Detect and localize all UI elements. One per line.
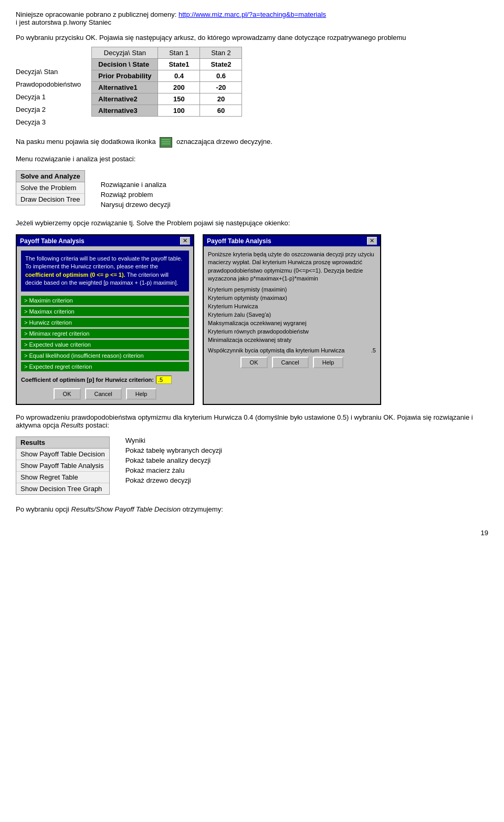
left-criterion-2[interactable]: Hurwicz criterion xyxy=(21,318,189,327)
after-dialog-text: Po wprowadzeniu prawdopodobieństwa optym… xyxy=(16,413,488,429)
results-right-item3: Pokaż macierz żalu xyxy=(125,466,222,474)
results-item-2[interactable]: Show Payoff Table Analysis xyxy=(16,460,109,472)
table-section: Decyzja\ Stan Prawdopodobieństwo Decyzja… xyxy=(16,47,488,129)
footer-italic: Results/Show Payoff Table Decision xyxy=(71,505,181,513)
solve-section: Solve and Analyze Solve the Problem Draw… xyxy=(16,170,488,211)
dialog-left-close[interactable]: ✕ xyxy=(180,237,190,245)
table-row-v1-1: 0.4 xyxy=(158,70,200,82)
right-criterion-5: Kryterium równych prawdopodobieństw xyxy=(208,328,376,335)
dialog-left-titlebar: Payoff Table Analysis ✕ xyxy=(17,235,193,246)
table-row: Alternative215020 xyxy=(92,93,242,105)
label-row3: Decyzja 2 xyxy=(16,103,81,115)
left-criterion-6[interactable]: Expected regret criterion xyxy=(21,362,189,371)
dialog-left-ok[interactable]: OK xyxy=(54,388,81,400)
table-row-label-2: Alternative1 xyxy=(92,82,158,93)
left-criterion-3[interactable]: Minimax regret criterion xyxy=(21,329,189,338)
results-right-item1: Pokaż tabelę wybranych decyzji xyxy=(125,446,222,454)
left-labels: Decyzja\ Stan Prawdopodobieństwo Decyzja… xyxy=(16,66,81,129)
dialog-right-ok[interactable]: OK xyxy=(240,357,268,368)
dialog-left-cancel[interactable]: Cancel xyxy=(85,388,122,400)
right-criterion-label-1: Kryterium optymisty (maximax) xyxy=(208,295,376,301)
solve-right-item2: Narysuj drzewo decyzji xyxy=(101,201,171,209)
right-criterion-1: Kryterium optymisty (maximax) xyxy=(208,295,376,301)
coeff-label-left: Coefficient of optimism [p] for Hurwicz … xyxy=(21,377,154,383)
table-row-v1-0: State1 xyxy=(158,59,200,70)
results-section: Results Show Payoff Table Decision Show … xyxy=(16,436,488,495)
table-row-label-3: Alternative2 xyxy=(92,93,158,105)
results-right-item2: Pokaż tabele analizy decyzji xyxy=(125,456,222,464)
col-header-stan2: Stan 2 xyxy=(200,47,242,59)
results-right: Wyniki Pokaż tabelę wybranych decyzji Po… xyxy=(125,436,222,486)
payoff-table: Decyzja\ Stan Stan 1 Stan 2 Decision \ S… xyxy=(91,47,242,117)
col-header-label: Decyzja\ Stan xyxy=(92,47,158,59)
coeff-row-right: Współczynnik bycia optymistą dla kryteri… xyxy=(208,347,376,353)
right-criterion-label-4: Maksymalizacja oczekiwanej wygranej xyxy=(208,320,376,326)
solve-menu: Solve and Analyze Solve the Problem Draw… xyxy=(16,170,85,205)
results-item-3[interactable]: Show Regret Table xyxy=(16,472,109,483)
label-row0: Decyzja\ Stan xyxy=(16,66,81,77)
right-criterion-label-5: Kryterium równych prawdopodobieństw xyxy=(208,328,376,335)
solve-right-item1: Rozwiąż problem xyxy=(101,191,171,199)
dialog-right-help[interactable]: Help xyxy=(313,357,344,368)
left-criterion-5[interactable]: Equal likelihood (insufficient reason) c… xyxy=(21,351,189,360)
table-row-v2-2: -20 xyxy=(200,82,242,93)
footer-text: Po wybraniu opcji xyxy=(16,505,69,513)
right-criterion-label-3: Kryterium żalu (Saveg'a) xyxy=(208,311,376,318)
dialog-right-body: Poniższe kryteria będą użyte do oszczowa… xyxy=(204,246,380,372)
label-row2: Decyzja 1 xyxy=(16,91,81,102)
table-row-v2-3: 20 xyxy=(200,93,242,105)
coeff-value-right: .5 xyxy=(371,347,376,353)
results-item-1[interactable]: Show Payoff Table Decision xyxy=(16,449,109,460)
criteria-list-right: Kryterium pesymisty (maximin)Kryterium o… xyxy=(208,286,376,343)
table-row-v1-4: 100 xyxy=(158,105,200,117)
footer: Po wybraniu opcji Results/Show Payoff Ta… xyxy=(16,505,488,513)
right-criterion-3: Kryterium żalu (Saveg'a) xyxy=(208,311,376,318)
left-criterion-0[interactable]: Maximin criterion xyxy=(21,296,189,305)
draw-decision-tree-item[interactable]: Draw Decision Tree xyxy=(16,194,85,205)
solve-right: Rozwiązanie i analiza Rozwiąż problem Na… xyxy=(101,170,171,211)
results-right-item4: Pokaż drzewo decyzji xyxy=(125,476,222,484)
left-criterion-1[interactable]: Maximax criterion xyxy=(21,307,189,316)
page-number: 19 xyxy=(16,529,488,537)
intro-paragraph: Po wybraniu przycisku OK. Pojawia się na… xyxy=(16,34,488,41)
table-row-label-1: Prior Probability xyxy=(92,70,158,82)
results-menu-title: Results xyxy=(16,437,109,449)
right-criterion-6: Minimalizacja oczekiwanej straty xyxy=(208,337,376,343)
right-criterion-0: Kryterium pesymisty (maximin) xyxy=(208,286,376,293)
results-menu: Results Show Payoff Table Decision Show … xyxy=(16,436,110,495)
header-link[interactable]: http://www.miz.marc.pl/?a=teaching&b=mat… xyxy=(178,11,326,18)
criteria-list-left: Maximin criterionMaximax criterionHurwic… xyxy=(21,296,189,371)
table-row-label-0: Decision \ State xyxy=(92,59,158,70)
coeff-input-left[interactable] xyxy=(156,376,172,384)
dialog-right-cancel[interactable]: Cancel xyxy=(272,357,309,368)
table-row-label-4: Alternative3 xyxy=(92,105,158,117)
table-row-v2-1: 0.6 xyxy=(200,70,242,82)
solve-the-problem-item[interactable]: Solve the Problem xyxy=(16,182,85,194)
results-item-4[interactable]: Show Decision Tree Graph xyxy=(16,483,109,494)
right-criterion-label-0: Kryterium pesymisty (maximin) xyxy=(208,286,376,293)
coeff-label-right: Współczynnik bycia optymistą dla kryteri… xyxy=(208,347,344,353)
dialog-left: Payoff Table Analysis ✕ The following cr… xyxy=(16,234,194,405)
dialog-left-help[interactable]: Help xyxy=(126,388,157,400)
right-criterion-2: Kryterium Hurwicza xyxy=(208,303,376,309)
right-criterion-label-6: Minimalizacja oczekiwanej straty xyxy=(208,337,376,343)
info-line1: The following criteria will be used to e… xyxy=(25,255,182,269)
dialog-right-buttons: OK Cancel Help xyxy=(208,357,376,368)
label-row4: Decyzja 3 xyxy=(16,116,81,128)
table-row-v2-0: State2 xyxy=(200,59,242,70)
dialog-right-close[interactable]: ✕ xyxy=(367,237,377,245)
after-dialog-main: Po wprowadzeniu prawdopodobieństwa optym… xyxy=(16,413,473,429)
dialog-left-buttons: OK Cancel Help xyxy=(21,388,189,400)
table-row: Alternative310060 xyxy=(92,105,242,117)
dialog-right-title: Payoff Table Analysis xyxy=(207,237,271,245)
coeff-row-left: Coefficient of optimism [p] for Hurwicz … xyxy=(21,376,189,384)
header-line2: i jest autorstwa p.Iwony Staniec xyxy=(16,18,488,26)
left-criterion-4[interactable]: Expected value criterion xyxy=(21,340,189,349)
dialog-left-body: The following criteria will be used to e… xyxy=(17,246,193,404)
col-header-stan1: Stan 1 xyxy=(158,47,200,59)
dialog-right-desc: Poniższe kryteria będą użyte do oszczowa… xyxy=(208,251,376,283)
header-section: Niniejsze opracowanie pobrano z publiczn… xyxy=(16,11,488,26)
dialog-right: Payoff Table Analysis ✕ Poniższe kryteri… xyxy=(203,234,381,405)
icon-menu-text-after: oznaczająca drzewo decyzyjne. xyxy=(176,138,272,145)
dialog-right-titlebar: Payoff Table Analysis ✕ xyxy=(204,235,380,246)
